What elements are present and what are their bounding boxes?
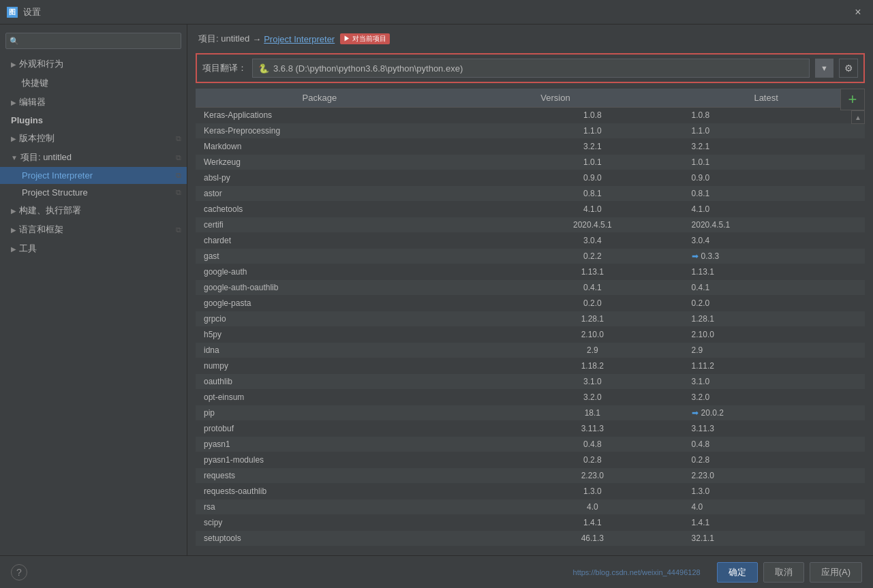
add-package-button[interactable]: + — [840, 89, 865, 110]
table-row[interactable]: oauthlib3.1.03.1.0 — [196, 374, 865, 390]
package-latest: 4.0 — [684, 499, 865, 515]
title-bar-text: 设置 — [23, 6, 850, 18]
package-latest: 0.2.0 — [684, 296, 865, 311]
sidebar-label: 外观和行为 — [19, 58, 63, 70]
table-row[interactable]: gast0.2.2➡0.3.3 — [196, 249, 865, 264]
confirm-button[interactable]: 确定 — [717, 562, 758, 583]
title-bar: 图 设置 × — [0, 0, 873, 25]
footer-right: https://blog.csdn.net/weixin_44496128 确定… — [573, 562, 862, 583]
table-row[interactable]: grpcio1.28.11.28.1 — [196, 311, 865, 327]
table-row[interactable]: google-pasta0.2.00.2.0 — [196, 296, 865, 311]
copy-icon: ⧉ — [176, 134, 181, 143]
cancel-button[interactable]: 取消 — [763, 562, 804, 583]
close-button[interactable]: × — [850, 4, 866, 20]
expand-arrow-icon: ▶ — [11, 226, 16, 234]
table-row[interactable]: rsa4.04.0 — [196, 499, 865, 515]
interpreter-gear-btn[interactable]: ⚙ — [839, 59, 858, 78]
table-row[interactable]: Keras-Preprocessing1.1.01.1.0 — [196, 123, 865, 139]
package-latest: 3.2.1 — [684, 139, 865, 155]
table-row[interactable]: google-auth1.13.11.13.1 — [196, 264, 865, 280]
interpreter-dropdown-btn[interactable]: ▼ — [815, 59, 833, 78]
search-input[interactable] — [5, 33, 181, 49]
sidebar-item-editor[interactable]: ▶编辑器 — [0, 93, 187, 112]
package-name: gast — [196, 249, 502, 264]
table-row[interactable]: Keras-Applications1.0.81.0.8 — [196, 108, 865, 123]
package-name: absl-py — [196, 170, 502, 186]
sidebar-label: 工具 — [19, 243, 37, 255]
package-latest: ➡20.0.2 — [684, 405, 865, 421]
package-name: cachetools — [196, 202, 502, 217]
package-latest: 1.0.8 — [684, 108, 865, 123]
table-scroll-area[interactable]: Keras-Applications1.0.81.0.8Keras-Prepro… — [196, 108, 865, 555]
sidebar-items-container: ▶外观和行为快捷键▶编辑器Plugins▶版本控制⧉▼项目: untitled⧉… — [0, 55, 187, 258]
package-version: 3.1.0 — [502, 374, 683, 390]
table-row[interactable]: pip18.1➡20.0.2 — [196, 405, 865, 421]
package-name: pip — [196, 405, 502, 421]
package-name: pyasn1-modules — [196, 452, 502, 468]
apply-button[interactable]: 应用(A) — [810, 562, 862, 583]
table-row[interactable]: idna2.92.9 — [196, 343, 865, 358]
help-button[interactable]: ? — [11, 564, 27, 581]
package-latest: 32.1.1 — [684, 531, 865, 546]
table-row[interactable]: scipy1.4.11.4.1 — [196, 515, 865, 531]
interpreter-path: 3.6.8 (D:\python\python3.6.8\python\pyth… — [273, 63, 463, 74]
table-row[interactable]: requests2.23.02.23.0 — [196, 468, 865, 484]
package-latest: 0.4.1 — [684, 280, 865, 296]
table-row[interactable]: chardet3.0.43.0.4 — [196, 233, 865, 249]
sidebar-item-project-interpreter[interactable]: Project Interpreter⧉ — [0, 167, 187, 184]
sidebar-item-vcs[interactable]: ▶版本控制⧉ — [0, 129, 187, 148]
sidebar-label: 快捷键 — [22, 77, 48, 89]
sidebar-item-build[interactable]: ▶构建、执行部署 — [0, 201, 187, 220]
table-row[interactable]: Werkzeug1.0.11.0.1 — [196, 155, 865, 170]
table-row[interactable]: opt-einsum3.2.03.2.0 — [196, 390, 865, 405]
sidebar-item-plugins[interactable]: Plugins — [0, 112, 187, 129]
package-name: setuptools — [196, 531, 502, 546]
table-row[interactable]: absl-py0.9.00.9.0 — [196, 170, 865, 186]
package-latest: 0.9.0 — [684, 170, 865, 186]
sidebar-item-project-structure[interactable]: Project Structure⧉ — [0, 184, 187, 201]
footer: ? https://blog.csdn.net/weixin_44496128 … — [0, 555, 873, 588]
update-arrow-icon: ➡ — [692, 408, 699, 418]
scroll-up-button[interactable]: ▲ — [851, 110, 865, 124]
package-version: 1.13.1 — [502, 264, 683, 280]
package-latest: 0.8.1 — [684, 186, 865, 202]
package-version: 1.1.0 — [502, 123, 683, 139]
sidebar-item-project[interactable]: ▼项目: untitled⧉ — [0, 148, 187, 167]
app-icon: 图 — [7, 7, 18, 18]
expand-arrow-icon: ▶ — [11, 245, 16, 253]
table-row[interactable]: setuptools46.1.332.1.1 — [196, 531, 865, 546]
sidebar-item-languages[interactable]: ▶语言和框架⧉ — [0, 220, 187, 239]
package-version: 0.9.0 — [502, 170, 683, 186]
sidebar-item-keymap[interactable]: 快捷键 — [0, 74, 187, 93]
table-row[interactable]: cachetools4.1.04.1.0 — [196, 202, 865, 217]
package-latest: 1.0.1 — [684, 155, 865, 170]
package-latest: ➡0.3.3 — [684, 249, 865, 264]
table-row[interactable]: pyasn1-modules0.2.80.2.8 — [196, 452, 865, 468]
package-latest: 1.13.1 — [684, 264, 865, 280]
sidebar-item-tools[interactable]: ▶工具 — [0, 239, 187, 258]
package-name: scipy — [196, 515, 502, 531]
sidebar-item-appearance[interactable]: ▶外观和行为 — [0, 55, 187, 74]
table-row[interactable]: Markdown3.2.13.2.1 — [196, 139, 865, 155]
package-version: 18.1 — [502, 405, 683, 421]
package-latest: 4.1.0 — [684, 202, 865, 217]
table-row[interactable]: numpy1.18.21.11.2 — [196, 358, 865, 374]
package-version: 2.9 — [502, 343, 683, 358]
package-latest: 1.28.1 — [684, 311, 865, 327]
search-box[interactable]: 🔍 — [5, 33, 181, 49]
table-row[interactable]: certifi2020.4.5.12020.4.5.1 — [196, 217, 865, 233]
interpreter-select[interactable]: 🐍 3.6.8 (D:\python\python3.6.8\python\py… — [252, 59, 810, 78]
package-name: opt-einsum — [196, 390, 502, 405]
table-row[interactable]: google-auth-oauthlib0.4.10.4.1 — [196, 280, 865, 296]
table-row[interactable]: astor0.8.10.8.1 — [196, 186, 865, 202]
table-container: Package Version Latest + Keras-Applicati… — [196, 89, 865, 555]
table-row[interactable]: requests-oauthlib1.3.01.3.0 — [196, 484, 865, 499]
package-name: astor — [196, 186, 502, 202]
package-name: numpy — [196, 358, 502, 374]
python-icon: 🐍 — [258, 63, 269, 74]
table-row[interactable]: protobuf3.11.33.11.3 — [196, 421, 865, 437]
package-latest: 2.23.0 — [684, 468, 865, 484]
package-name: google-auth — [196, 264, 502, 280]
table-row[interactable]: pyasn10.4.80.4.8 — [196, 437, 865, 452]
table-row[interactable]: h5py2.10.02.10.0 — [196, 327, 865, 343]
